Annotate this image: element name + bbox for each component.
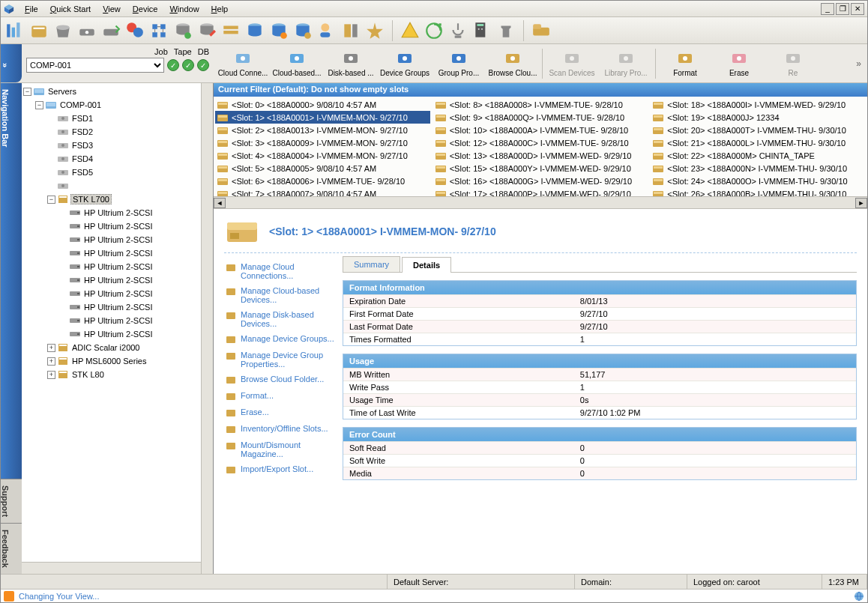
news-link[interactable]: Changing Your View...: [19, 592, 99, 601]
slot-row[interactable]: <Slot: 5> <188A0005> 9/08/10 4:57 AM: [215, 162, 430, 175]
tree-node-hp-ultrium-2-scsi[interactable]: HP Ultrium 2-SCSI: [23, 233, 211, 246]
slot-row[interactable]: <Slot: 16> <188A000G> I-VMMEM-WED- 9/29/…: [433, 175, 648, 187]
tree-node-[interactable]: [23, 179, 211, 193]
slots-scroll-left[interactable]: ◄: [214, 198, 226, 208]
restore-button[interactable]: ❐: [836, 3, 849, 15]
tb-icon[interactable]: [496, 21, 516, 40]
tree-node-hp-ultrium-2-scsi[interactable]: HP Ultrium 2-SCSI: [23, 219, 211, 233]
toolbar-disk-based-[interactable]: Disk-based ...: [325, 46, 377, 82]
tree-node-fsd2[interactable]: FSD2: [23, 125, 211, 139]
support-tab[interactable]: Support: [1, 479, 22, 523]
tb-icon[interactable]: [5, 21, 25, 40]
action-inventory-offline-slots-[interactable]: Inventory/Offline Slots...: [224, 421, 337, 437]
toolbar-device-groups[interactable]: Device Groups: [379, 46, 431, 82]
tb-icon[interactable]: [472, 21, 492, 40]
slot-row[interactable]: <Slot: 18> <188A000I> I-VMMEM-WED- 9/29/…: [651, 98, 866, 111]
action-browse-cloud-folder-[interactable]: Browse Cloud Folder...: [224, 372, 337, 388]
close-button[interactable]: ✕: [851, 3, 864, 15]
slots-scroll-right[interactable]: ►: [855, 198, 867, 208]
tb-icon[interactable]: [77, 21, 97, 40]
slot-row[interactable]: <Slot: 8> <188A0008> I-VMMEM-TUE- 9/28/1…: [433, 98, 648, 111]
server-combo[interactable]: COMP-001: [26, 58, 164, 73]
tb-icon[interactable]: [29, 21, 49, 40]
slot-row[interactable]: <Slot: 10> <188A000A> I-VMMEM-TUE- 9/28/…: [433, 124, 648, 136]
action-manage-cloud-based-devices-[interactable]: Manage Cloud-based Devices...: [224, 283, 337, 307]
tb-icon[interactable]: [245, 21, 265, 40]
tb-icon[interactable]: [149, 21, 169, 40]
tb-icon[interactable]: [101, 21, 121, 40]
tb-icon[interactable]: [293, 21, 313, 40]
toolbar-format[interactable]: Format: [659, 46, 711, 82]
menu-file[interactable]: File: [19, 3, 44, 15]
tb-icon[interactable]: [424, 21, 444, 40]
tb-icon[interactable]: [341, 21, 361, 40]
slot-row[interactable]: <Slot: 0> <188A0000> 9/08/10 4:57 AM: [215, 98, 430, 111]
tree-scrollbar-v[interactable]: [201, 83, 213, 574]
slot-row[interactable]: <Slot: 24> <188A000O> I-VMMEM-THU- 9/30/…: [651, 175, 866, 187]
action-manage-cloud-connections-[interactable]: Manage Cloud Connections...: [224, 259, 337, 283]
slot-row[interactable]: <Slot: 22> <188A000M> CHINTA_TAPE: [651, 149, 866, 162]
tb-icon[interactable]: [531, 21, 551, 40]
tab-summary[interactable]: Summary: [343, 256, 400, 272]
tree-node-servers[interactable]: −Servers: [23, 85, 211, 98]
menu-view[interactable]: View: [97, 3, 127, 15]
menu-window[interactable]: Window: [163, 3, 205, 15]
tree-node-hp-ultrium-2-scsi[interactable]: HP Ultrium 2-SCSI: [23, 273, 211, 287]
slot-row[interactable]: <Slot: 3> <188A0009> I-VMMEM-MON- 9/27/1…: [215, 136, 430, 149]
tree-node-fsd5[interactable]: FSD5: [23, 166, 211, 179]
slot-row[interactable]: <Slot: 4> <188A0004> I-VMMEM-MON- 9/27/1…: [215, 149, 430, 162]
slot-row[interactable]: <Slot: 23> <188A000N> I-VMMEM-THU- 9/30/…: [651, 162, 866, 175]
slot-row[interactable]: <Slot: 9> <188A000Q> I-VMMEM-TUE- 9/28/1…: [433, 111, 648, 124]
menu-help[interactable]: Help: [205, 3, 235, 15]
tree-node-hp-ultrium-2-scsi[interactable]: HP Ultrium 2-SCSI: [23, 314, 211, 327]
tb-icon[interactable]: [400, 21, 420, 40]
toolbar-group-pro-[interactable]: Group Pro...: [433, 46, 485, 82]
menu-device[interactable]: Device: [127, 3, 164, 15]
tb-icon[interactable]: [317, 21, 337, 40]
tree-node-comp-001[interactable]: −COMP-001: [23, 98, 211, 112]
slot-row[interactable]: <Slot: 1> <188A0001> I-VMMEM-MON- 9/27/1…: [215, 111, 430, 124]
navigation-bar-tab[interactable]: Navigation Bar: [1, 83, 22, 154]
action-mount-dismount-magazine-[interactable]: Mount/Dismount Magazine...: [224, 437, 337, 461]
tree-node-fsd4[interactable]: FSD4: [23, 152, 211, 166]
action-erase-[interactable]: Erase...: [224, 404, 337, 421]
tree-node-hp-msl6000-series[interactable]: +HP MSL6000 Series: [23, 354, 211, 368]
tree-node-stk-l700[interactable]: −STK L700: [23, 193, 211, 206]
slot-row[interactable]: <Slot: 2> <188A0013> I-VMMEM-MON- 9/27/1…: [215, 124, 430, 136]
tb-icon[interactable]: [173, 21, 193, 40]
tree-node-hp-ultrium-2-scsi[interactable]: HP Ultrium 2-SCSI: [23, 327, 211, 341]
minimize-button[interactable]: _: [821, 3, 834, 15]
tb-icon[interactable]: [53, 21, 73, 40]
tree-node-hp-ultrium-2-scsi[interactable]: HP Ultrium 2-SCSI: [23, 206, 211, 219]
toolbar-cloud-conne-[interactable]: Cloud Conne...: [217, 46, 269, 82]
action-import-export-slot-[interactable]: Import/Export Slot...: [224, 461, 337, 478]
tree-node-adic-scalar-i2000[interactable]: +ADIC Scalar i2000: [23, 341, 211, 354]
tb-icon[interactable]: [125, 21, 145, 40]
tree-node-fsd3[interactable]: FSD3: [23, 139, 211, 152]
action-manage-device-groups-[interactable]: Manage Device Groups...: [224, 331, 337, 348]
slot-row[interactable]: <Slot: 6> <188A0006> I-VMMEM-TUE- 9/28/1…: [215, 175, 430, 187]
tree-node-hp-ultrium-2-scsi[interactable]: HP Ultrium 2-SCSI: [23, 260, 211, 273]
tb-icon[interactable]: [269, 21, 289, 40]
toolbar-cloud-based-[interactable]: Cloud-based...: [271, 46, 323, 82]
action-manage-device-group-properties-[interactable]: Manage Device Group Properties...: [224, 348, 337, 372]
action-manage-disk-based-devices-[interactable]: Manage Disk-based Devices...: [224, 307, 337, 331]
slot-row[interactable]: <Slot: 19> <188A000J> 12334: [651, 111, 866, 124]
slot-row[interactable]: <Slot: 15> <188A000Y> I-VMMEM-WED- 9/29/…: [433, 162, 648, 175]
toolbar-browse-clou-[interactable]: Browse Clou...: [486, 46, 539, 82]
navbar-tab-top[interactable]: »: [1, 44, 22, 82]
tree-scrollbar-h[interactable]: [22, 562, 201, 574]
slot-row[interactable]: <Slot: 13> <188A000D> I-VMMEM-WED- 9/29/…: [433, 149, 648, 162]
toolbar-overflow-icon[interactable]: »: [853, 58, 864, 69]
toolbar-erase[interactable]: Erase: [713, 46, 765, 82]
menu-quick-start[interactable]: Quick Start: [44, 3, 97, 15]
tree-node-hp-ultrium-2-scsi[interactable]: HP Ultrium 2-SCSI: [23, 300, 211, 314]
action-format-[interactable]: Format...: [224, 388, 337, 404]
slot-row[interactable]: <Slot: 20> <188A000T> I-VMMEM-THU- 9/30/…: [651, 124, 866, 136]
tb-icon[interactable]: [448, 21, 468, 40]
tree-node-hp-ultrium-2-scsi[interactable]: HP Ultrium 2-SCSI: [23, 246, 211, 260]
tb-icon[interactable]: [197, 21, 217, 40]
tb-icon[interactable]: [365, 21, 385, 40]
tree-node-stk-l80[interactable]: +STK L80: [23, 368, 211, 381]
tab-details[interactable]: Details: [402, 257, 451, 273]
